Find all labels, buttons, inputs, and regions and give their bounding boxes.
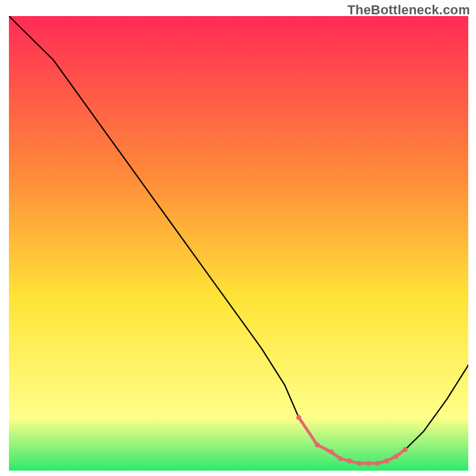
gradient-background	[7, 14, 470, 472]
control-point-dot	[384, 459, 389, 464]
control-point-dot	[338, 456, 343, 461]
chart-stage: TheBottleneck.com	[0, 0, 476, 476]
control-point-dot	[403, 447, 408, 452]
control-point-dot	[347, 459, 352, 464]
control-point-dot	[356, 461, 361, 465]
control-point-dot	[366, 461, 371, 465]
control-point-dot	[296, 415, 301, 419]
watermark-text: TheBottleneck.com	[347, 2, 470, 18]
control-point-dot	[315, 443, 320, 447]
control-point-dot	[375, 461, 380, 465]
control-point-dot	[328, 449, 333, 454]
bottleneck-chart	[7, 14, 470, 472]
control-point-dot	[393, 454, 398, 459]
